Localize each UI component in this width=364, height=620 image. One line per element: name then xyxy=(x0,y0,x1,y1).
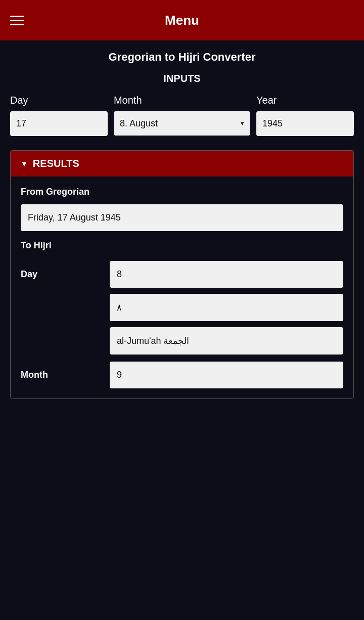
results-header: ▼ RESULTS xyxy=(11,151,353,176)
hijri-day-row: Day 8 ٨ al-Jumu'ah الجمعة xyxy=(21,261,343,355)
year-input-group: Year xyxy=(256,95,354,136)
hijri-month-row: Month 9 xyxy=(21,362,343,388)
day-label: Day xyxy=(10,95,108,106)
year-label: Year xyxy=(256,95,354,106)
hijri-day-label: Day xyxy=(21,261,102,280)
results-collapse-icon[interactable]: ▼ xyxy=(21,160,28,168)
day-input-group: Day xyxy=(10,95,108,136)
app-header: Menu xyxy=(0,0,364,40)
month-label: Month xyxy=(114,95,250,106)
inputs-row: Day Month 1. January 2. February 3. Marc… xyxy=(10,95,354,136)
main-content: Gregorian to Hijri Converter INPUTS Day … xyxy=(0,40,364,409)
header-title: Menu xyxy=(165,13,199,28)
month-input-group: Month 1. January 2. February 3. March 4.… xyxy=(114,95,250,136)
hijri-day-numeric-display: 8 xyxy=(110,261,343,288)
hijri-day-name-display: al-Jumu'ah الجمعة xyxy=(110,327,343,355)
month-select-wrapper: 1. January 2. February 3. March 4. April… xyxy=(114,111,250,136)
hijri-day-fields: 8 ٨ al-Jumu'ah الجمعة xyxy=(110,261,343,355)
page-title: Gregorian to Hijri Converter xyxy=(10,51,354,64)
day-input[interactable] xyxy=(10,111,108,136)
results-heading: RESULTS xyxy=(33,158,79,169)
hijri-month-display: 9 xyxy=(110,362,343,388)
hijri-month-label: Month xyxy=(21,362,102,380)
from-gregorian-label: From Gregorian xyxy=(21,187,343,197)
to-hijri-label: To Hijri xyxy=(21,240,343,251)
inputs-heading: INPUTS xyxy=(10,73,354,84)
gregorian-date-display: Friday, 17 August 1945 xyxy=(21,204,343,231)
results-section: ▼ RESULTS From Gregorian Friday, 17 Augu… xyxy=(10,150,354,399)
year-input[interactable] xyxy=(256,111,354,136)
month-select[interactable]: 1. January 2. February 3. March 4. April… xyxy=(114,111,250,136)
hamburger-menu-button[interactable] xyxy=(10,16,24,25)
hijri-day-arabic-display: ٨ xyxy=(110,294,343,321)
results-body: From Gregorian Friday, 17 August 1945 To… xyxy=(11,176,353,398)
